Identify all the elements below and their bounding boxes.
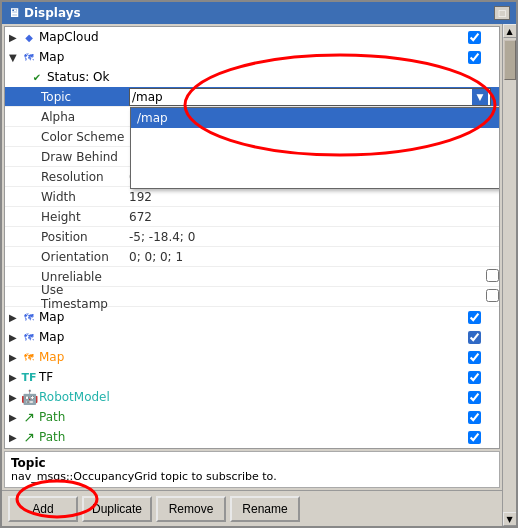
scroll-up-button[interactable]: ▲ — [503, 24, 517, 38]
topic-prop-name: Topic — [5, 90, 125, 104]
prop-row-position[interactable]: Position -5; -18.4; 0 — [5, 227, 499, 247]
path2-label: Path — [39, 430, 449, 444]
title-bar-title: 🖥 Displays — [8, 6, 81, 20]
prop-row-height[interactable]: Height 672 — [5, 207, 499, 227]
tree-item-path2[interactable]: ▶ ↗ Path — [5, 427, 499, 447]
topic-selected-value: /map — [132, 90, 472, 104]
map4-label: Map — [39, 350, 449, 364]
displays-window: 🖥 Displays □ ▶ ◆ MapCloud — [0, 0, 518, 528]
tf-icon: TF — [21, 369, 37, 385]
mapcloud-checkbox[interactable] — [468, 31, 481, 44]
robot-icon: 🤖 — [21, 389, 37, 405]
prop-row-topic[interactable]: Topic /map ▼ /map /move_base/GlobalPlann… — [5, 87, 499, 107]
expander-robot-model[interactable]: ▶ — [9, 392, 21, 403]
map3-checkbox[interactable] — [468, 331, 481, 344]
path1-checkbox-area — [449, 411, 499, 424]
map2-checkbox[interactable] — [468, 311, 481, 324]
use-timestamp-checkbox-area — [486, 289, 499, 305]
tree-item-map3[interactable]: ▶ 🗺 Map — [5, 327, 499, 347]
map2-label: Map — [39, 310, 449, 324]
path2-checkbox[interactable] — [468, 431, 481, 444]
robot-model-checkbox[interactable] — [468, 391, 481, 404]
map3-icon: 🗺 — [21, 329, 37, 345]
tree-item-map4[interactable]: ▶ 🗺 Map — [5, 347, 499, 367]
info-description: nav_msgs::OccupancyGrid topic to subscri… — [11, 470, 493, 483]
unreliable-checkbox[interactable] — [486, 269, 499, 282]
expander-map[interactable]: ▼ — [9, 52, 21, 63]
color-scheme-prop-name: Color Scheme — [5, 130, 125, 144]
robot-model-checkbox-area — [449, 391, 499, 404]
maximize-button[interactable]: □ — [494, 6, 510, 20]
topic-dropdown[interactable]: /map ▼ /map /move_base/GlobalPlanner/pot… — [129, 88, 491, 106]
info-title: Topic — [11, 456, 493, 470]
dropdown-option-map[interactable]: /map — [131, 108, 500, 128]
prop-row-orientation[interactable]: Orientation 0; 0; 0; 1 — [5, 247, 499, 267]
draw-behind-prop-name: Draw Behind — [5, 150, 125, 164]
map4-checkbox[interactable] — [468, 351, 481, 364]
tree-item-map-parent[interactable]: ▼ 🗺 Map — [5, 47, 499, 67]
map-icon: 🗺 — [21, 49, 37, 65]
height-prop-name: Height — [5, 210, 125, 224]
unreliable-checkbox-area — [486, 269, 499, 285]
title-bar-controls: □ — [494, 6, 510, 20]
path2-icon: ↗ — [21, 429, 37, 445]
bottom-bar: Add Duplicate Remove Rename — [2, 490, 502, 526]
duplicate-button[interactable]: Duplicate — [82, 496, 152, 522]
position-prop-name: Position — [5, 230, 125, 244]
dropdown-option-global-costmap[interactable]: /move_base/global_costmap/costmap — [131, 148, 500, 168]
tree-item-path1[interactable]: ▶ ↗ Path — [5, 407, 499, 427]
expander-tf[interactable]: ▶ — [9, 372, 21, 383]
map3-checkbox-area — [449, 331, 499, 344]
tree-item-tf[interactable]: ▶ TF TF — [5, 367, 499, 387]
expander-mapcloud[interactable]: ▶ — [9, 32, 21, 43]
scroll-thumb[interactable] — [504, 40, 516, 80]
scroll-down-button[interactable]: ▼ — [503, 512, 517, 526]
unreliable-prop-name: Unreliable — [5, 270, 125, 284]
expander-map3[interactable]: ▶ — [9, 332, 21, 343]
dropdown-arrow-icon[interactable]: ▼ — [472, 89, 488, 105]
map4-checkbox-area — [449, 351, 499, 364]
tf-checkbox[interactable] — [468, 371, 481, 384]
expander-path1[interactable]: ▶ — [9, 412, 21, 423]
map3-label: Map — [39, 330, 449, 344]
tree-item-robot-model[interactable]: ▶ 🤖 RobotModel — [5, 387, 499, 407]
path1-icon: ↗ — [21, 409, 37, 425]
window-title: Displays — [24, 6, 81, 20]
tree-item-mapcloud[interactable]: ▶ ◆ MapCloud — [5, 27, 499, 47]
tree-item-status[interactable]: ✔ Status: Ok — [5, 67, 499, 87]
rename-button[interactable]: Rename — [230, 496, 300, 522]
map4-icon: 🗺 — [21, 349, 37, 365]
check-icon: ✔ — [29, 69, 45, 85]
width-value: 192 — [125, 190, 499, 204]
expander-map4[interactable]: ▶ — [9, 352, 21, 363]
path1-checkbox[interactable] — [468, 411, 481, 424]
use-timestamp-checkbox[interactable] — [486, 289, 499, 302]
title-bar: 🖥 Displays □ — [2, 2, 516, 24]
mapcloud-label: MapCloud — [39, 30, 449, 44]
map2-checkbox-area — [449, 311, 499, 324]
remove-button[interactable]: Remove — [156, 496, 226, 522]
add-button[interactable]: Add — [8, 496, 78, 522]
tree-item-map2[interactable]: ▶ 🗺 Map — [5, 307, 499, 327]
alpha-prop-name: Alpha — [5, 110, 125, 124]
topic-dropdown-popup: /map /move_base/GlobalPlanner/potential … — [130, 107, 500, 189]
map-parent-checkbox[interactable] — [468, 51, 481, 64]
dropdown-option-local-costmap[interactable]: /move_base/local_costmap/costmap — [131, 168, 500, 188]
expander-map2[interactable]: ▶ — [9, 312, 21, 323]
status-label: Status: Ok — [47, 70, 449, 84]
path1-label: Path — [39, 410, 449, 424]
expander-path2[interactable]: ▶ — [9, 432, 21, 443]
map2-icon: 🗺 — [21, 309, 37, 325]
robot-model-label: RobotModel — [39, 390, 449, 404]
height-value: 672 — [125, 210, 499, 224]
prop-row-use-timestamp[interactable]: Use Timestamp — [5, 287, 499, 307]
orientation-prop-name: Orientation — [5, 250, 125, 264]
map-parent-checkbox-area — [449, 51, 499, 64]
tree-area: ▶ ◆ MapCloud ▼ 🗺 Map — [4, 26, 500, 449]
tf-checkbox-area — [449, 371, 499, 384]
path2-checkbox-area — [449, 431, 499, 444]
resolution-prop-name: Resolution — [5, 170, 125, 184]
prop-row-width[interactable]: Width 192 — [5, 187, 499, 207]
dropdown-option-global-planner[interactable]: /move_base/GlobalPlanner/potential — [131, 128, 500, 148]
scrollbar[interactable]: ▲ ▼ — [502, 24, 516, 526]
